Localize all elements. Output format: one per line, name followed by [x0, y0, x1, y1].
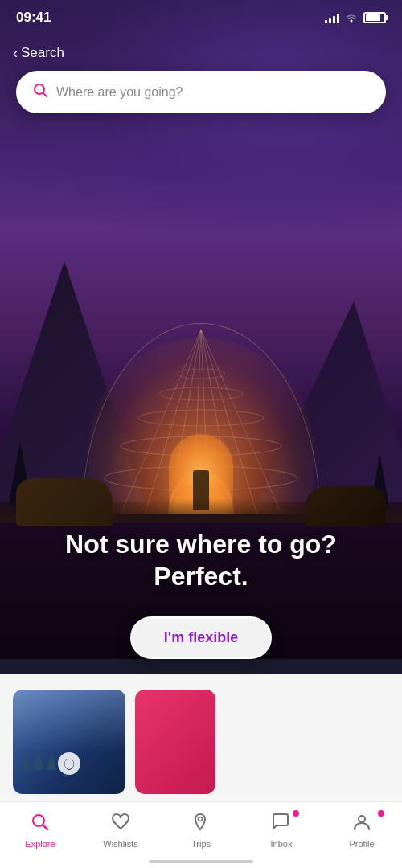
tab-wishlists-label: Wishlists [103, 839, 137, 849]
search-bar-container: Where are you going? [16, 71, 386, 113]
rocks-left [16, 478, 113, 526]
airbnb-logo-card [56, 751, 82, 782]
tab-bar: Explore Wishlists Trips Inbox [0, 801, 402, 868]
pink-card[interactable] [135, 690, 215, 794]
search-bar[interactable]: Where are you going? [16, 71, 386, 113]
tab-profile[interactable]: Profile [322, 810, 402, 849]
trips-icon [191, 812, 211, 836]
tab-explore[interactable]: Explore [0, 810, 80, 849]
search-icon [32, 82, 48, 102]
explore-icon [30, 812, 51, 836]
flexible-button[interactable]: I'm flexible [130, 616, 272, 659]
rocks-right [306, 486, 386, 526]
profile-notification-dot [378, 810, 384, 817]
profile-icon [351, 812, 372, 836]
inbox-icon [271, 812, 292, 836]
back-chevron-icon: ‹ [13, 45, 18, 62]
svg-point-4 [159, 387, 243, 400]
search-placeholder: Where are you going? [56, 85, 370, 100]
tab-explore-label: Explore [25, 839, 55, 849]
tab-trips-label: Trips [191, 839, 211, 849]
svg-point-5 [177, 369, 225, 379]
svg-line-18 [43, 825, 48, 830]
tab-inbox-label: Inbox [271, 839, 293, 849]
back-button[interactable]: ‹ Search [13, 45, 64, 62]
hero-headline: Not sure where to go?Perfect. [24, 528, 378, 592]
signal-icon [325, 12, 339, 23]
status-bar: 09:41 [0, 0, 402, 35]
wifi-icon [344, 11, 359, 25]
back-label: Search [21, 45, 64, 61]
tab-profile-label: Profile [349, 839, 374, 849]
geodome [72, 305, 330, 514]
battery-icon [363, 12, 386, 23]
inbox-notification-dot [293, 810, 299, 817]
snowy-card[interactable] [13, 690, 125, 794]
svg-point-20 [359, 816, 365, 822]
nav-header: ‹ Search [0, 35, 402, 71]
tab-wishlists[interactable]: Wishlists [80, 810, 161, 849]
status-icons [325, 11, 386, 25]
svg-point-19 [199, 817, 203, 821]
tab-inbox[interactable]: Inbox [241, 810, 322, 849]
status-time: 09:41 [16, 10, 51, 26]
card-inner [0, 674, 402, 802]
wishlists-icon [110, 812, 131, 836]
home-indicator [149, 860, 253, 863]
tab-trips[interactable]: Trips [161, 810, 241, 849]
svg-line-16 [43, 93, 47, 97]
hero-text: Not sure where to go?Perfect. I'm flexib… [0, 528, 402, 659]
svg-point-3 [138, 410, 264, 426]
card-section [0, 674, 402, 810]
